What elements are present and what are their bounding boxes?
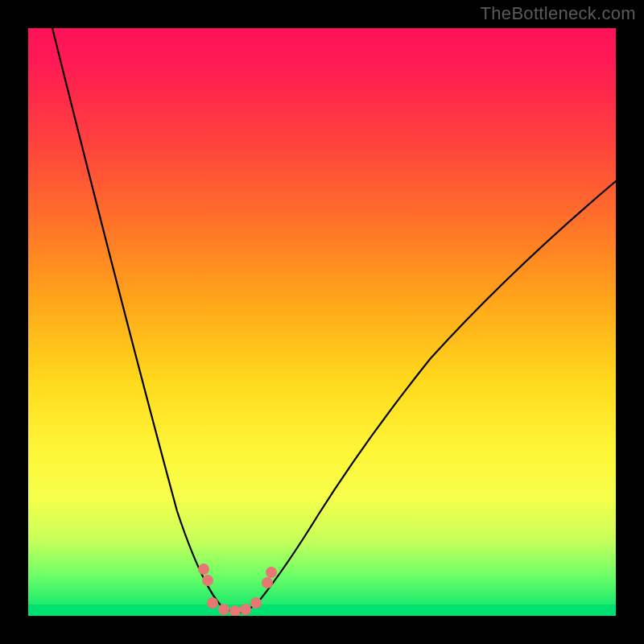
curve-left-branch [52, 28, 239, 613]
watermark-text: TheBottleneck.com [481, 3, 636, 24]
curve-right-branch [239, 181, 616, 613]
valley-dot [266, 567, 277, 578]
valley-dot [202, 575, 213, 586]
plot-area [28, 28, 616, 616]
valley-dot [229, 605, 241, 616]
valley-dot [240, 604, 251, 615]
valley-dot [250, 597, 262, 609]
valley-dot [218, 604, 229, 615]
chart-frame: TheBottleneck.com [0, 0, 644, 644]
valley-dot [207, 597, 218, 609]
curve-layer [28, 28, 616, 616]
valley-dot [262, 577, 273, 588]
valley-dot [198, 564, 209, 575]
